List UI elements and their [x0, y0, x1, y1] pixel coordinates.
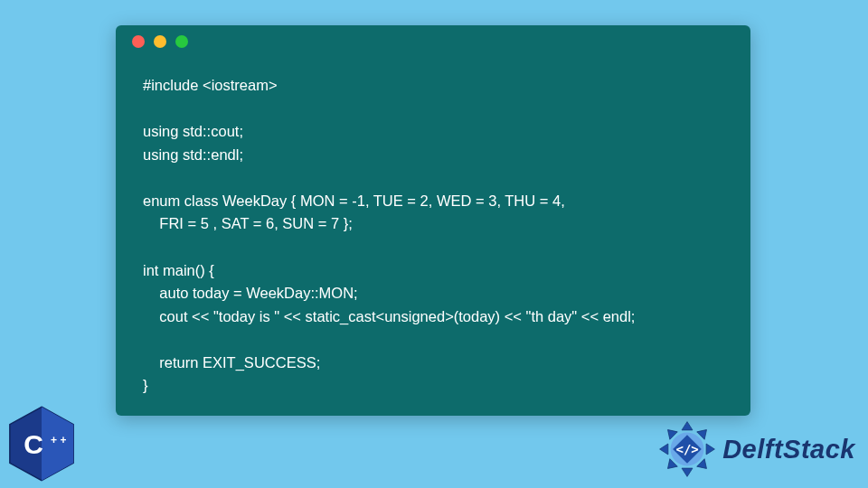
- delftstack-badge-text: </>: [676, 442, 699, 456]
- maximize-icon[interactable]: [175, 35, 188, 48]
- svg-text:+: +: [51, 434, 57, 446]
- delftstack-badge-icon: </>: [657, 419, 717, 479]
- delftstack-logo: </> DelftStack: [657, 419, 855, 479]
- svg-text:+: +: [60, 434, 66, 446]
- code-body: #include <iostream> using std::cout; usi…: [116, 58, 750, 416]
- window-titlebar: [116, 25, 750, 58]
- delftstack-text: DelftStack: [722, 435, 855, 465]
- cpp-letter: C: [24, 429, 43, 459]
- cpp-logo: C + +: [5, 403, 78, 484]
- code-window: #include <iostream> using std::cout; usi…: [116, 25, 750, 416]
- close-icon[interactable]: [132, 35, 145, 48]
- minimize-icon[interactable]: [154, 35, 166, 48]
- svg-marker-1: [42, 407, 73, 481]
